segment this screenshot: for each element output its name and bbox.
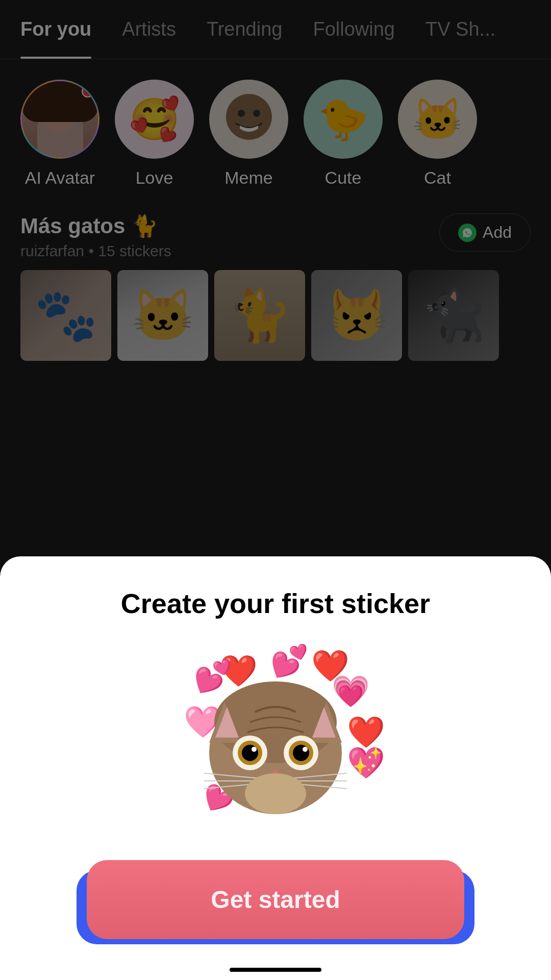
svg-point-16 [252,747,257,752]
svg-point-15 [293,745,309,761]
bottom-sheet-modal: Create your first sticker ❤️ 💕 ❤️ 💗 💕 🩷 … [0,556,551,980]
svg-point-25 [245,773,306,814]
get-started-button[interactable]: Get started [87,860,464,939]
cat-face-svg [194,671,357,824]
home-indicator [230,968,321,972]
button-wrapper: Get started [87,860,464,939]
modal-title: Create your first sticker [121,587,430,620]
svg-point-14 [242,745,258,761]
cat-sticker-preview: ❤️ 💕 ❤️ 💗 💕 🩷 ❤️ 💖 💕 [153,646,398,850]
svg-point-17 [303,747,308,752]
